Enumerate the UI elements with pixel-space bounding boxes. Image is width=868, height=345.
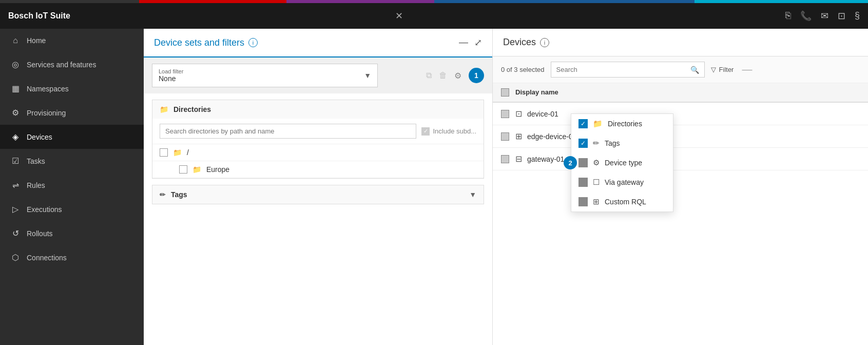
app-header: Bosch IoT Suite ✕ ⎘ 📞 ✉ ⊡ § xyxy=(0,3,868,29)
sidebar-item-label: Provisioning xyxy=(27,109,66,117)
left-panel: Device sets and filters i — ⤢ Load filte… xyxy=(144,29,493,345)
sidebar-item-label: Rollouts xyxy=(27,229,53,238)
panel-content: 📁 Directories ✓ Include subd... 📁 / xyxy=(144,93,492,345)
app-title: Bosch IoT Suite xyxy=(8,11,391,21)
badge-1[interactable]: 1 xyxy=(469,68,484,83)
connections-icon: ⬡ xyxy=(10,253,21,262)
dropdown-device-type-icon: ⚙ xyxy=(593,158,600,167)
gateway-01-icon: ⊟ xyxy=(515,154,522,164)
home-icon: ⌂ xyxy=(10,36,21,45)
main-layout: ⌂ Home ◎ Services and features ▦ Namespa… xyxy=(0,29,868,345)
sidebar-item-namespaces[interactable]: ▦ Namespaces xyxy=(0,76,144,101)
table-row[interactable]: ⊟ gateway-01 xyxy=(493,148,868,170)
delete-icon[interactable]: 🗑 xyxy=(439,71,447,80)
tags-section-title: Tags xyxy=(171,190,187,199)
device-type-checkbox[interactable] xyxy=(578,158,588,167)
dropdown-item-via-gateway[interactable]: ☐ Via gateway xyxy=(571,172,673,192)
left-panel-header: Device sets and filters i — ⤢ xyxy=(144,29,492,57)
via-gateway-checkbox[interactable] xyxy=(578,178,588,187)
sidebar-item-label: Services and features xyxy=(27,61,96,69)
sidebar-item-connections[interactable]: ⬡ Connections xyxy=(0,245,144,270)
dir-europe-name: Europe xyxy=(206,165,229,174)
dropdown-device-type-label: Device type xyxy=(605,159,642,167)
search-icon[interactable]: 🔍 xyxy=(685,63,704,77)
dropdown-chevron-icon: ▼ xyxy=(364,71,371,80)
right-panel-title: Devices xyxy=(503,37,536,48)
gateway-01-checkbox[interactable] xyxy=(501,155,509,163)
minimize-icon[interactable]: — xyxy=(459,37,468,48)
close-icon[interactable]: ✕ xyxy=(395,10,403,22)
search-box: 🔍 xyxy=(551,62,705,78)
filter-button[interactable]: ▽ Filter xyxy=(711,66,734,73)
load-filter-label: Load filter xyxy=(159,68,183,74)
services-icon: ◎ xyxy=(10,60,21,69)
include-subdirs-label: Include subd... xyxy=(433,127,476,135)
edge-device-01-checkbox[interactable] xyxy=(501,132,509,141)
right-panel-header: Devices i xyxy=(493,29,868,56)
directories-section-header[interactable]: 📁 Directories xyxy=(152,100,484,119)
select-all-checkbox[interactable] xyxy=(501,88,509,97)
header-icons: ⎘ 📞 ✉ ⊡ § xyxy=(785,10,860,22)
mail-icon[interactable]: ✉ xyxy=(821,10,828,22)
dropdown-item-device-type[interactable]: ⚙ Device type xyxy=(571,153,673,172)
sidebar-item-rules[interactable]: ⇌ Rules xyxy=(0,173,144,197)
dropdown-custom-rql-label: Custom RQL xyxy=(605,198,646,206)
tags-section-header[interactable]: ✏ Tags ▼ xyxy=(152,185,484,204)
directories-section: 📁 Directories ✓ Include subd... 📁 / xyxy=(152,100,484,179)
dropdown-item-custom-rql[interactable]: ⊞ Custom RQL xyxy=(571,192,673,212)
device-01-name: device-01 xyxy=(527,110,558,118)
folder-icon: 📁 xyxy=(160,105,168,113)
settings-icon[interactable]: ⚙ xyxy=(454,71,461,81)
copy-icon[interactable]: ⧉ xyxy=(426,71,432,80)
dropdown-item-directories[interactable]: ✓ 📁 Directories xyxy=(571,114,673,133)
edge-device-01-icon: ⊞ xyxy=(515,131,522,141)
dir-root-checkbox[interactable] xyxy=(160,148,168,157)
sidebar-item-rollouts[interactable]: ↺ Rollouts xyxy=(0,221,144,245)
badge-2[interactable]: 2 xyxy=(564,156,577,169)
content-area: Device sets and filters i — ⤢ Load filte… xyxy=(144,29,868,345)
sidebar-item-tasks[interactable]: ☑ Tasks xyxy=(0,149,144,173)
namespaces-icon: ▦ xyxy=(10,84,21,93)
share-icon[interactable]: ⎘ xyxy=(785,10,791,22)
load-filter-select[interactable]: Load filter None ▼ xyxy=(152,64,378,87)
directories-checkbox[interactable]: ✓ xyxy=(578,119,588,128)
device-01-checkbox[interactable] xyxy=(501,110,509,118)
custom-rql-checkbox[interactable] xyxy=(578,197,588,206)
sidebar-item-devices[interactable]: ◈ Devices xyxy=(0,125,144,149)
sidebar-item-services[interactable]: ◎ Services and features xyxy=(0,52,144,76)
phone-icon[interactable]: 📞 xyxy=(800,10,812,22)
layout-icon[interactable]: ⊡ xyxy=(838,10,845,22)
tags-checkbox[interactable]: ✓ xyxy=(578,139,588,148)
europe-folder-icon: 📁 xyxy=(192,165,201,174)
include-subdirs-checkbox[interactable]: ✓ xyxy=(421,127,430,136)
sidebar-item-label: Rules xyxy=(27,181,45,189)
sidebar-item-provisioning[interactable]: ⚙ Provisioning xyxy=(0,101,144,125)
table-row[interactable]: ⊡ device-01 xyxy=(493,103,868,125)
table-header: Display name xyxy=(493,83,868,103)
sidebar-item-executions[interactable]: ▷ Executions xyxy=(0,197,144,221)
dropdown-tags-icon: ✏ xyxy=(593,139,600,148)
right-panel-info-icon[interactable]: i xyxy=(540,38,549,47)
sidebar-item-label: Devices xyxy=(27,133,52,141)
tasks-icon: ☑ xyxy=(10,156,21,166)
filter-label: Filter xyxy=(719,66,734,73)
expand-icon[interactable]: ⤢ xyxy=(474,37,482,48)
filter-dropdown-menu: ✓ 📁 Directories ✓ ✏ Tags ⚙ Device type ☐… xyxy=(571,113,673,212)
dir-row-root: 📁 / xyxy=(152,144,484,161)
dropdown-item-tags[interactable]: ✓ ✏ Tags xyxy=(571,133,673,153)
table-row[interactable]: ⊞ edge-device-01 xyxy=(493,125,868,148)
sidebar-item-label: Tasks xyxy=(27,157,45,165)
search-input[interactable] xyxy=(551,62,685,77)
tags-chevron-icon[interactable]: ▼ xyxy=(469,190,476,199)
dropdown-via-gateway-label: Via gateway xyxy=(605,178,644,186)
directory-search-input[interactable] xyxy=(160,124,416,139)
filter-toolbar-icons: ⧉ 🗑 ⚙ 1 xyxy=(426,68,484,83)
sidebar-item-home[interactable]: ⌂ Home xyxy=(0,29,144,52)
dropdown-directories-label: Directories xyxy=(608,120,642,128)
devices-icon: ◈ xyxy=(10,132,21,142)
sidebar-item-label: Namespaces xyxy=(27,85,69,93)
dir-europe-checkbox[interactable] xyxy=(179,165,187,174)
left-panel-info-icon[interactable]: i xyxy=(248,38,258,47)
paragraph-icon[interactable]: § xyxy=(855,10,860,22)
dir-root-name: / xyxy=(187,148,189,157)
